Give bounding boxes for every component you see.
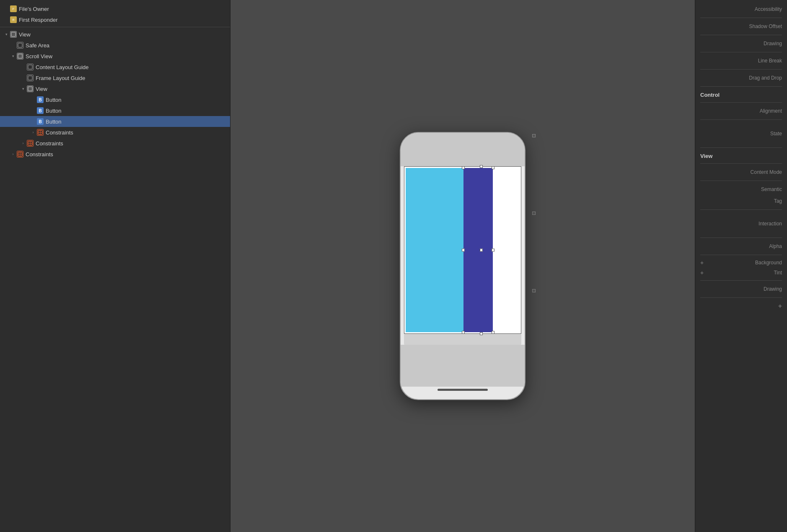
left-panel: F File's Owner R First Responder View Sa… [0,0,230,532]
tag-label: Tag [774,198,782,204]
svg-rect-6 [18,54,22,58]
first-responder-item[interactable]: R First Responder [0,14,230,25]
drawing-top-label: Drawing [764,41,782,46]
notch-area [401,133,525,166]
frame-layout-item[interactable]: Frame Layout Guide [0,72,230,83]
chevron-constraints-inner [30,129,36,135]
safe-area-item[interactable]: Safe Area [0,40,230,51]
plus-bottom-icon[interactable]: + [778,302,782,310]
svg-rect-7 [28,65,32,69]
separator-10 [700,181,782,181]
icon-view-child [27,85,34,92]
view-child-label: View [36,86,47,92]
tag-row: Tag [695,195,787,207]
scroll-view-item[interactable]: Scroll View [0,51,230,62]
files-owner-label: File's Owner [19,6,49,12]
constraints-mid-item[interactable]: Constraints [0,138,230,149]
handle-outer-tr [480,165,483,168]
shadow-offset-row: Shadow Offset [695,21,787,32]
separator-4 [700,69,782,70]
button-3-item[interactable]: B Button [0,116,230,127]
tint-row: + Tint [695,268,787,278]
frame-layout-label: Frame Layout Guide [36,75,85,81]
right-panel: Accessibility Shadow Offset Drawing Line… [695,0,787,532]
line-break-row: Line Break [695,55,787,67]
content-mode-row: Content Mode [695,166,787,178]
tint-plus-icon[interactable]: + [700,269,704,276]
interaction-label: Interaction [759,221,782,227]
view-section-header: View [695,150,787,161]
alignment-row: Alignment [695,105,787,117]
state-label: State [770,131,782,137]
content-layout-item[interactable]: Content Layout Guide [0,62,230,72]
iphone-mockup: Button [400,132,526,400]
icon-frame-layout [27,75,34,81]
interaction-row: Interaction [695,212,787,235]
view-section-label: View [700,153,712,159]
safe-area-label: Safe Area [26,42,49,49]
icon-content-layout [27,64,34,70]
first-responder-label: First Responder [19,17,57,23]
icon-constraints-outer [17,151,23,158]
svg-rect-5 [18,43,22,47]
separator-3 [700,52,782,52]
content-layout-label: Content Layout Guide [36,64,88,70]
svg-rect-4 [11,32,16,36]
semantic-label: Semantic [761,186,782,192]
alpha-row: Alpha [695,240,787,252]
tree-separator-1 [0,27,230,27]
svg-rect-9 [28,87,32,91]
view-child-item[interactable]: View [0,83,230,94]
separator-7 [700,119,782,120]
icon-scroll-view [17,53,23,59]
outer-selection [404,166,521,334]
files-owner-item[interactable]: F File's Owner [0,3,230,14]
handle-outer-mr [480,249,483,252]
alignment-label: Alignment [760,108,782,114]
constraints-mid-label: Constraints [36,140,63,147]
constraints-inner-item[interactable]: Constraints [0,127,230,138]
button-2-item[interactable]: B Button [0,105,230,116]
separator-13 [700,255,782,255]
semantic-row: Semantic [695,183,787,195]
background-label: Background [755,260,782,266]
separator-14 [700,280,782,281]
content-area[interactable]: Button [404,166,521,334]
drag-drop-row: Drag and Drop [695,72,787,84]
separator-5 [700,86,782,87]
separator-8 [700,147,782,148]
control-section-label: Control [700,92,720,98]
icon-files-owner: F [10,5,17,12]
icon-constraints-inner [37,129,44,136]
canvas-handle-right-mid [532,212,536,215]
canvas-handle-right-top [532,134,536,137]
iphone-home-bar [438,389,488,391]
alpha-label: Alpha [769,243,782,249]
button-2-label: Button [46,108,62,114]
button-1-item[interactable]: B Button [0,94,230,105]
background-row: + Background [695,258,787,268]
content-mode-label: Content Mode [751,169,782,175]
view-root-label: View [19,31,31,38]
background-plus-icon[interactable]: + [700,259,704,266]
separator-15 [700,297,782,298]
svg-rect-8 [28,76,32,80]
constraints-outer-label: Constraints [26,151,53,158]
separator-2 [700,35,782,35]
line-break-label: Line Break [758,58,782,64]
separator-9 [700,163,782,164]
constraints-outer-item[interactable]: Constraints [0,149,230,160]
drawing-top-row: Drawing [695,38,787,49]
separator-6 [700,102,782,103]
center-canvas[interactable]: Button [230,0,695,532]
shadow-offset-label: Shadow Offset [749,23,782,29]
chevron-view-child [20,86,26,92]
icon-view-root [10,31,17,38]
svg-text:R: R [12,18,14,21]
separator-12 [700,238,782,238]
icon-constraints-mid [27,140,34,147]
svg-text:F: F [13,8,14,10]
view-root-item[interactable]: View [0,29,230,40]
plus-bottom-row: + [695,300,787,312]
icon-button-3: B [37,118,44,125]
